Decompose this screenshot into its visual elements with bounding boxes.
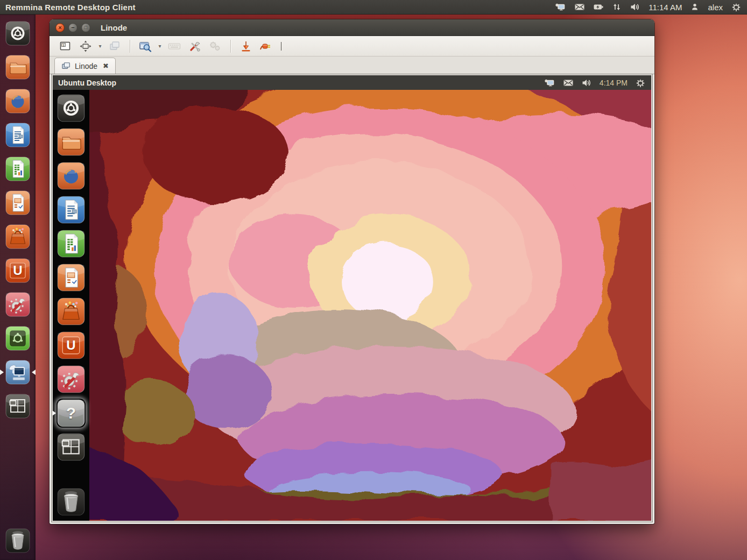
screen: Remmina Remote Desktop Client 11:14 AM a… (0, 0, 747, 560)
toolbar-minimize-to-tray-button[interactable] (237, 38, 255, 54)
remote-launcher-item-home-folder[interactable] (57, 127, 86, 157)
toolbar-scaled-mode-button[interactable] (136, 38, 154, 54)
remote-launcher-item-dash[interactable] (57, 94, 86, 123)
launcher-item-software-center[interactable] (5, 224, 31, 250)
focused-indicator-arrow (32, 370, 36, 375)
disconnect-plug-icon (259, 40, 273, 53)
remote-launcher-item-system-settings[interactable] (57, 365, 86, 394)
toolbar-disconnect-button[interactable] (257, 38, 276, 54)
launcher-item-dash[interactable] (5, 20, 31, 46)
remote-launcher-item-calc[interactable] (57, 229, 86, 258)
duplicate-icon (108, 40, 121, 53)
scaled-mode-dropdown-caret[interactable]: ▾ (157, 43, 163, 49)
user-icon[interactable] (690, 2, 700, 12)
top-panel: Remmina Remote Desktop Client 11:14 AM a… (0, 0, 747, 15)
panel-username[interactable]: alex (708, 3, 723, 12)
fit-window-icon (79, 40, 92, 53)
launcher-item-writer[interactable] (5, 122, 31, 148)
battery-icon[interactable] (593, 2, 604, 12)
remote-wallpaper (89, 90, 651, 521)
volume-icon[interactable] (630, 2, 640, 12)
network-arrows-icon[interactable] (612, 2, 622, 12)
tab-connection-icon (61, 62, 71, 70)
toolbar-settings-button (206, 38, 224, 54)
remote-menubar-label: Ubuntu Desktop (58, 79, 116, 87)
remote-launcher-item-ubuntu-one[interactable]: U (57, 331, 86, 360)
toolbar-grab-keyboard-button (165, 38, 184, 54)
mail-envelope-icon[interactable] (563, 77, 574, 88)
launcher-item-ubuntu-one[interactable]: U (5, 258, 31, 283)
session-gear-icon[interactable] (731, 2, 742, 12)
window-maximize-button[interactable]: □ (81, 23, 90, 32)
keyboard-icon (167, 40, 181, 53)
remote-launcher-item-workspace-switcher[interactable] (57, 433, 86, 462)
fit-window-dropdown-caret[interactable]: ▾ (97, 43, 103, 49)
tab-label: Linode (75, 62, 97, 70)
toolbar-separator (130, 40, 130, 53)
session-gear-icon[interactable] (635, 77, 646, 88)
window-close-button[interactable]: × (55, 23, 65, 32)
panel-tray: 11:14 AM alex (554, 2, 742, 12)
volume-icon[interactable] (581, 77, 592, 88)
remote-launcher-item-help[interactable]: ? (57, 399, 86, 428)
remote-focused-indicator-arrow (52, 410, 56, 416)
launcher-item-impress[interactable] (5, 190, 31, 216)
launcher-item-home-folder[interactable] (5, 54, 31, 80)
launcher-item-firefox[interactable] (5, 88, 31, 114)
remote-unity-launcher: U ? (53, 90, 89, 521)
panel-clock[interactable]: 11:14 AM (649, 3, 682, 12)
remote-launcher-item-software-center[interactable] (57, 297, 86, 326)
panel-app-title: Remmina Remote Desktop Client (5, 3, 136, 12)
tab-linode[interactable]: Linode ✖ (54, 58, 116, 74)
maximize-icon: □ (84, 25, 87, 30)
remote-desktop: U ? (53, 90, 651, 521)
launcher-item-remmina[interactable] (5, 359, 31, 385)
launcher-item-calc[interactable] (5, 156, 31, 182)
toolbar-tools-button[interactable] (186, 38, 204, 54)
window-title: Linode (101, 23, 127, 32)
remote-top-panel: Ubuntu Desktop 4:14 PM (53, 75, 651, 90)
minimize-icon: − (71, 25, 74, 31)
connection-tabbar: Linode ✖ (50, 56, 654, 74)
toolbar-fit-window-button[interactable] (76, 38, 95, 54)
remote-desktop-indicator-icon[interactable] (554, 2, 566, 12)
launcher-item-system-settings[interactable] (5, 292, 31, 317)
toolbar-fullscreen-button[interactable]: 1 (56, 38, 74, 54)
close-icon: × (58, 25, 61, 31)
launcher-item-trash[interactable] (5, 528, 31, 554)
toolbar-separator (230, 40, 231, 53)
toolbar-text-cursor (281, 42, 281, 51)
launcher-item-software-updater[interactable] (5, 325, 31, 351)
fullscreen-icon: 1 (59, 40, 72, 53)
tools-icon (188, 40, 201, 53)
remote-launcher-item-trash[interactable] (57, 487, 86, 516)
mail-envelope-icon[interactable] (574, 2, 585, 12)
remote-launcher-item-impress[interactable] (57, 263, 86, 292)
remote-panel-tray: 4:14 PM (544, 77, 646, 88)
launcher-item-workspace-switcher[interactable] (5, 393, 31, 419)
svg-text:1: 1 (62, 43, 64, 46)
gears-icon (208, 40, 222, 53)
remote-session-viewport[interactable]: Ubuntu Desktop 4:14 PM (52, 74, 652, 522)
remote-desktop-indicator-icon[interactable] (544, 77, 555, 88)
unity-launcher: U (0, 15, 36, 560)
remote-launcher-item-firefox[interactable] (57, 161, 86, 190)
remote-clock[interactable]: 4:14 PM (600, 79, 628, 87)
running-indicator-arrow (0, 370, 4, 375)
tab-close-icon[interactable]: ✖ (103, 62, 109, 70)
remote-launcher-item-writer[interactable] (57, 195, 86, 224)
scaled-mode-icon (138, 40, 152, 53)
window-minimize-button[interactable]: − (68, 23, 77, 32)
window-titlebar[interactable]: × − □ Linode (50, 19, 654, 36)
toolbar-duplicate-button (105, 38, 124, 54)
remmina-window: × − □ Linode 1 ▾ ▾ (50, 19, 654, 524)
remmina-toolbar: 1 ▾ ▾ (50, 36, 654, 56)
tray-arrow-icon (239, 40, 252, 53)
